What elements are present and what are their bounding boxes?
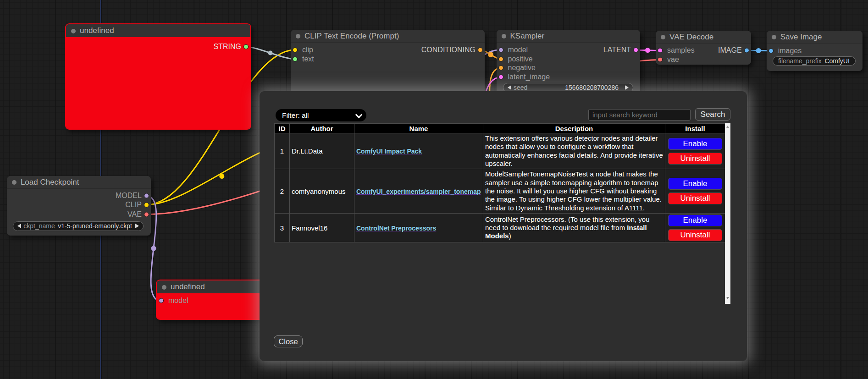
cell-author: Dr.Lt.Data	[290, 133, 354, 169]
node-collapse-dot[interactable]	[296, 34, 300, 38]
node-title-bar[interactable]: KSampler	[497, 30, 641, 43]
filename-prefix-value: ComfyUI	[824, 57, 850, 66]
node-undefined-top[interactable]: undefined STRING	[65, 23, 251, 130]
search-input[interactable]	[588, 109, 691, 121]
output-slot-conditioning[interactable]: CONDITIONING	[421, 45, 485, 55]
seed-decrement-icon[interactable]	[508, 85, 511, 90]
output-slot-vae[interactable]: VAE	[127, 210, 151, 219]
node-body[interactable]: STRING	[66, 37, 250, 129]
node-collapse-dot[interactable]	[502, 34, 506, 38]
cell-install: Enable Uninstall	[665, 214, 725, 242]
output-slot-clip[interactable]: CLIP	[125, 200, 151, 209]
node-title: Load Checkpoint	[21, 176, 79, 189]
positive-input-dot[interactable]	[498, 57, 503, 62]
node-title-bar[interactable]: Load Checkpoint	[7, 176, 151, 189]
table-scrollbar[interactable]	[725, 123, 730, 304]
node-collapse-dot[interactable]	[661, 35, 665, 39]
string-output-dot[interactable]	[243, 44, 249, 49]
filter-select[interactable]: Filter: all	[276, 109, 366, 121]
extension-link[interactable]: ComfyUI Impact Pack	[356, 148, 422, 155]
node-body[interactable]: images filename_prefix ComfyUI	[767, 44, 863, 71]
clip-output-dot[interactable]	[144, 203, 149, 208]
output-slot-image[interactable]: IMAGE	[718, 46, 751, 55]
filename-prefix-label: filename_prefix	[778, 57, 822, 66]
link-dot-latent[interactable]	[645, 48, 650, 53]
input-slot-positive[interactable]: positive	[497, 55, 533, 64]
comfyui-app: undefined STRING CLIP Text Encode (Promp…	[0, 0, 868, 379]
node-body[interactable]: samples vae IMAGE	[656, 44, 751, 65]
link-dot-image[interactable]	[756, 48, 761, 53]
node-collapse-dot[interactable]	[162, 285, 166, 290]
seed-increment-icon[interactable]	[625, 85, 629, 90]
cell-install: Enable Uninstall	[665, 169, 725, 214]
cell-author: comfyanonymous	[290, 169, 354, 214]
link-dot-model-down[interactable]	[151, 246, 156, 251]
filename-prefix-widget[interactable]: filename_prefix ComfyUI	[773, 56, 856, 66]
search-button[interactable]: Search	[695, 108, 730, 121]
extension-link[interactable]: ControlNet Preprocessors	[356, 225, 436, 232]
ckpt-decrement-icon[interactable]	[17, 224, 21, 228]
link-dot-clip2[interactable]	[219, 174, 224, 179]
input-slot-model[interactable]: model	[497, 45, 528, 55]
node-collapse-dot[interactable]	[71, 29, 76, 33]
node-title-bar[interactable]: CLIP Text Encode (Prompt)	[291, 30, 485, 43]
vae-input-dot[interactable]	[658, 57, 663, 62]
ckpt-increment-icon[interactable]	[135, 224, 139, 228]
node-load-checkpoint[interactable]: Load Checkpoint MODEL CLIP VAE ckpt_name…	[7, 176, 151, 236]
table-row: 2 comfyanonymous ComfyUI_experiments/sam…	[275, 169, 725, 214]
output-slot-model[interactable]: MODEL	[116, 191, 151, 200]
negative-input-dot[interactable]	[498, 66, 503, 71]
link-dot-conditioning[interactable]	[488, 52, 493, 57]
uninstall-button[interactable]: Uninstall	[668, 192, 722, 204]
latent-output-dot[interactable]	[633, 47, 638, 52]
extension-link[interactable]: ComfyUI_experiments/sampler_tonemap	[356, 188, 481, 195]
text-input-dot[interactable]	[293, 57, 298, 62]
input-slot-text[interactable]: text	[291, 55, 314, 64]
model-output-dot[interactable]	[144, 193, 149, 198]
node-collapse-dot[interactable]	[12, 180, 17, 185]
node-collapse-dot[interactable]	[772, 35, 776, 39]
uninstall-button[interactable]: Uninstall	[668, 153, 722, 165]
node-title-bar[interactable]: VAE Decode	[656, 31, 751, 44]
input-slot-clip[interactable]: clip	[291, 45, 313, 55]
header-description: Description	[483, 124, 665, 133]
cell-description: This extension offers various detector n…	[483, 133, 665, 169]
node-save-image[interactable]: Save Image images filename_prefix ComfyU…	[767, 31, 863, 71]
input-slot-images[interactable]: images	[767, 46, 802, 55]
output-slot-string[interactable]: STRING	[214, 42, 250, 51]
node-title-bar[interactable]: Save Image	[767, 31, 863, 44]
scroll-up-icon[interactable]	[726, 126, 729, 128]
table-row: 3 Fannovel16 ControlNet Preprocessors Co…	[275, 214, 725, 242]
cell-name: ComfyUI_experiments/sampler_tonemap	[354, 169, 483, 214]
node-body[interactable]: MODEL CLIP VAE ckpt_name v1-5-pruned-ema…	[7, 189, 151, 236]
close-button[interactable]: Close	[274, 335, 303, 347]
header-author: Author	[290, 124, 354, 133]
node-title: Save Image	[780, 31, 822, 44]
enable-button[interactable]: Enable	[668, 138, 722, 150]
input-slot-model[interactable]: model	[157, 296, 188, 305]
model-input-dot[interactable]	[498, 47, 503, 52]
link-dot-string[interactable]	[268, 51, 273, 55]
enable-button[interactable]: Enable	[668, 178, 722, 190]
node-title-bar[interactable]: undefined	[66, 24, 250, 37]
uninstall-button[interactable]: Uninstall	[668, 229, 722, 241]
input-slot-latent-image[interactable]: latent_image	[497, 72, 550, 82]
latent-image-input-dot[interactable]	[498, 75, 503, 80]
output-slot-latent[interactable]: LATENT	[603, 45, 640, 55]
input-slot-negative[interactable]: negative	[497, 63, 536, 72]
input-slot-vae[interactable]: vae	[656, 55, 679, 64]
scroll-down-icon[interactable]	[726, 297, 729, 299]
node-title: KSampler	[510, 30, 545, 43]
clip-input-dot[interactable]	[293, 47, 298, 52]
samples-input-dot[interactable]	[658, 48, 663, 53]
model-input-dot[interactable]	[159, 298, 164, 303]
input-slot-samples[interactable]: samples	[656, 46, 695, 55]
ckpt-name-widget[interactable]: ckpt_name v1-5-pruned-emaonly.ckpt	[13, 221, 144, 231]
node-vae-decode[interactable]: VAE Decode samples vae IMAGE	[656, 31, 751, 65]
vae-output-dot[interactable]	[144, 212, 149, 217]
images-input-dot[interactable]	[768, 48, 774, 53]
conditioning-output-dot[interactable]	[478, 47, 483, 52]
cell-id: 3	[275, 214, 290, 242]
image-output-dot[interactable]	[744, 48, 749, 53]
enable-button[interactable]: Enable	[668, 214, 722, 226]
